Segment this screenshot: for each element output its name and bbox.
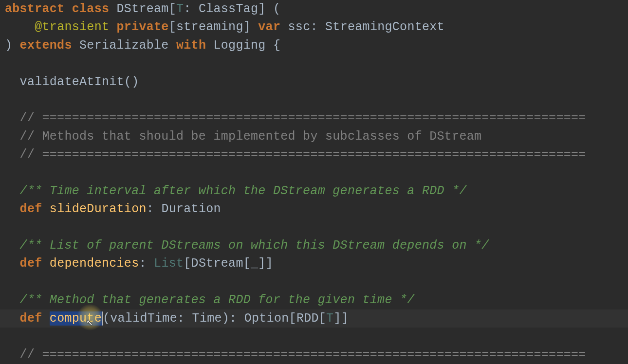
code-line[interactable]: /** List of parent DStreams on which thi… [0,237,628,255]
code-line[interactable] [0,164,628,182]
keyword-def: def [20,311,50,326]
indent [5,256,20,271]
code-line[interactable]: /** Time interval after which the DStrea… [0,182,628,200]
comment-rule: // =====================================… [5,347,586,362]
code-line[interactable] [0,91,628,109]
access-qualifier: [streaming] [169,20,259,34]
paren-open: ] ( [258,2,280,16]
code-line[interactable]: // =====================================… [0,109,628,127]
type-time: Time [192,311,222,326]
type-bound: : [184,2,199,16]
code-line-current[interactable]: def compute(validTime: Time): Option[RDD… [0,309,628,328]
indent [5,311,20,326]
keyword-with: with [176,38,214,53]
keyword-private: private [117,20,169,34]
comment-section: // Methods that should be implemented by… [5,129,481,144]
colon: : [139,256,154,271]
type-rdd: RDD [296,311,319,326]
code-line[interactable]: /** Method that generates a RDD for the … [0,291,628,309]
type-classtag: ClassTag [199,2,258,16]
doc-comment: /** Time interval after which the DStrea… [5,184,467,198]
code-line[interactable] [0,328,628,346]
bracket: [_]] [243,256,273,271]
keyword-abstract-class: abstract class [5,2,117,16]
type-dstream: DStream [191,256,243,271]
method-compute-highlighted: compute [50,311,103,326]
code-line[interactable]: // Methods that should be implemented by… [0,127,628,146]
code-line[interactable]: abstract class DStream[T: ClassTag] ( [0,0,628,18]
colon: : [310,20,325,34]
type-logging: Logging { [213,38,280,53]
type-param: T [326,311,333,326]
bracket: [ [289,311,296,326]
doc-comment: /** Method that generates a RDD for the … [5,293,415,307]
keyword-def: def [20,256,50,271]
params-open: (validTime: [103,311,192,326]
code-editor[interactable]: abstract class DStream[T: ClassTag] ( @t… [0,0,628,364]
code-line[interactable] [0,273,628,291]
code-line[interactable] [0,55,628,73]
doc-comment: /** List of parent DStreams on which thi… [5,238,489,253]
keyword-def: def [20,202,50,216]
keyword-extends: extends [20,38,79,53]
code-line[interactable]: // =====================================… [0,146,628,164]
bracket: [ [169,2,176,16]
code-line[interactable]: ) extends Serializable with Logging { [0,36,628,55]
code-line[interactable]: def slideDuration: Duration [0,200,628,218]
type-streamingcontext: StreamingContext [325,20,444,34]
code-line[interactable]: // =====================================… [0,346,628,364]
keyword-var: var [258,20,288,34]
code-line[interactable]: @transient private[streaming] var ssc: S… [0,18,628,36]
param-name: ssc [288,20,311,34]
paren-close: ) [5,38,20,53]
type-list: List [154,256,184,271]
params-close: ): [222,311,244,326]
code-line[interactable] [0,218,628,237]
code-line[interactable]: def dependencies: List[DStream[_]] [0,255,628,273]
indent [5,202,20,216]
colon: : [147,202,162,216]
class-name: DStream [117,2,169,16]
type-serializable: Serializable [79,38,176,53]
method-slideduration: slideDuration [50,202,147,216]
indent [5,20,35,34]
annotation-transient: @transient [35,20,116,34]
code-line[interactable]: validateAtInit() [0,73,628,91]
bracket: [ [184,256,191,271]
type-duration: Duration [161,202,221,216]
method-dependencies: dependencies [50,256,139,271]
type-option: Option [244,311,289,326]
bracket-close: ]] [333,311,349,326]
method-call: validateAtInit() [5,75,139,89]
type-param: T [176,2,184,16]
comment-rule: // =====================================… [5,111,586,125]
comment-rule: // =====================================… [5,147,586,162]
bracket: [ [319,311,326,326]
